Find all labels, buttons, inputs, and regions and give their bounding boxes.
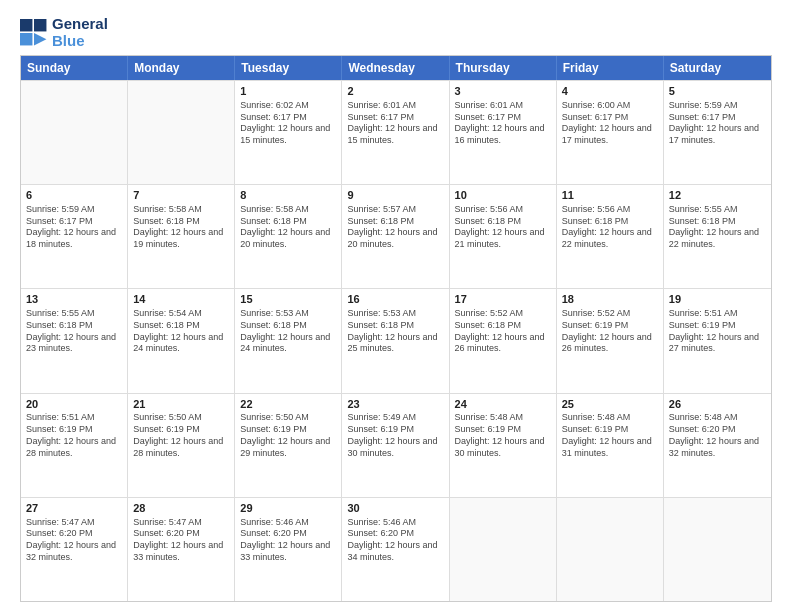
- day-number: 16: [347, 292, 443, 307]
- cal-cell: 2Sunrise: 6:01 AM Sunset: 6:17 PM Daylig…: [342, 81, 449, 184]
- day-number: 2: [347, 84, 443, 99]
- day-number: 6: [26, 188, 122, 203]
- cal-week: 20Sunrise: 5:51 AM Sunset: 6:19 PM Dayli…: [21, 393, 771, 497]
- day-number: 13: [26, 292, 122, 307]
- cal-cell: [557, 498, 664, 601]
- cal-cell: 18Sunrise: 5:52 AM Sunset: 6:19 PM Dayli…: [557, 289, 664, 392]
- logo: General Blue: [20, 16, 108, 49]
- day-info: Sunrise: 5:55 AM Sunset: 6:18 PM Dayligh…: [669, 204, 766, 251]
- cal-cell: 27Sunrise: 5:47 AM Sunset: 6:20 PM Dayli…: [21, 498, 128, 601]
- day-info: Sunrise: 5:46 AM Sunset: 6:20 PM Dayligh…: [347, 517, 443, 564]
- day-info: Sunrise: 5:51 AM Sunset: 6:19 PM Dayligh…: [26, 412, 122, 459]
- day-info: Sunrise: 5:52 AM Sunset: 6:19 PM Dayligh…: [562, 308, 658, 355]
- cal-cell: 11Sunrise: 5:56 AM Sunset: 6:18 PM Dayli…: [557, 185, 664, 288]
- cal-cell: 10Sunrise: 5:56 AM Sunset: 6:18 PM Dayli…: [450, 185, 557, 288]
- svg-rect-0: [20, 19, 32, 31]
- cal-cell: 26Sunrise: 5:48 AM Sunset: 6:20 PM Dayli…: [664, 394, 771, 497]
- cal-cell: 29Sunrise: 5:46 AM Sunset: 6:20 PM Dayli…: [235, 498, 342, 601]
- day-number: 14: [133, 292, 229, 307]
- day-number: 28: [133, 501, 229, 516]
- day-info: Sunrise: 5:59 AM Sunset: 6:17 PM Dayligh…: [26, 204, 122, 251]
- day-info: Sunrise: 5:48 AM Sunset: 6:20 PM Dayligh…: [669, 412, 766, 459]
- day-info: Sunrise: 5:58 AM Sunset: 6:18 PM Dayligh…: [133, 204, 229, 251]
- day-number: 27: [26, 501, 122, 516]
- day-number: 30: [347, 501, 443, 516]
- cal-cell: 5Sunrise: 5:59 AM Sunset: 6:17 PM Daylig…: [664, 81, 771, 184]
- cal-cell: 14Sunrise: 5:54 AM Sunset: 6:18 PM Dayli…: [128, 289, 235, 392]
- cal-header-cell: Sunday: [21, 56, 128, 80]
- cal-cell: 13Sunrise: 5:55 AM Sunset: 6:18 PM Dayli…: [21, 289, 128, 392]
- day-number: 19: [669, 292, 766, 307]
- day-number: 1: [240, 84, 336, 99]
- day-info: Sunrise: 5:47 AM Sunset: 6:20 PM Dayligh…: [133, 517, 229, 564]
- cal-cell: 8Sunrise: 5:58 AM Sunset: 6:18 PM Daylig…: [235, 185, 342, 288]
- day-info: Sunrise: 5:52 AM Sunset: 6:18 PM Dayligh…: [455, 308, 551, 355]
- day-info: Sunrise: 5:53 AM Sunset: 6:18 PM Dayligh…: [347, 308, 443, 355]
- day-info: Sunrise: 6:02 AM Sunset: 6:17 PM Dayligh…: [240, 100, 336, 147]
- day-info: Sunrise: 5:50 AM Sunset: 6:19 PM Dayligh…: [133, 412, 229, 459]
- day-number: 3: [455, 84, 551, 99]
- cal-cell: 21Sunrise: 5:50 AM Sunset: 6:19 PM Dayli…: [128, 394, 235, 497]
- cal-header-cell: Thursday: [450, 56, 557, 80]
- day-number: 18: [562, 292, 658, 307]
- cal-cell: 4Sunrise: 6:00 AM Sunset: 6:17 PM Daylig…: [557, 81, 664, 184]
- cal-cell: 22Sunrise: 5:50 AM Sunset: 6:19 PM Dayli…: [235, 394, 342, 497]
- cal-cell: 24Sunrise: 5:48 AM Sunset: 6:19 PM Dayli…: [450, 394, 557, 497]
- day-info: Sunrise: 6:00 AM Sunset: 6:17 PM Dayligh…: [562, 100, 658, 147]
- day-number: 8: [240, 188, 336, 203]
- cal-header-cell: Saturday: [664, 56, 771, 80]
- day-info: Sunrise: 5:57 AM Sunset: 6:18 PM Dayligh…: [347, 204, 443, 251]
- day-info: Sunrise: 5:51 AM Sunset: 6:19 PM Dayligh…: [669, 308, 766, 355]
- cal-cell: 19Sunrise: 5:51 AM Sunset: 6:19 PM Dayli…: [664, 289, 771, 392]
- cal-header-cell: Friday: [557, 56, 664, 80]
- day-number: 10: [455, 188, 551, 203]
- day-info: Sunrise: 5:54 AM Sunset: 6:18 PM Dayligh…: [133, 308, 229, 355]
- day-info: Sunrise: 5:48 AM Sunset: 6:19 PM Dayligh…: [455, 412, 551, 459]
- logo-text: General Blue: [52, 16, 108, 49]
- day-number: 29: [240, 501, 336, 516]
- day-number: 26: [669, 397, 766, 412]
- day-number: 15: [240, 292, 336, 307]
- cal-week: 13Sunrise: 5:55 AM Sunset: 6:18 PM Dayli…: [21, 288, 771, 392]
- day-info: Sunrise: 5:48 AM Sunset: 6:19 PM Dayligh…: [562, 412, 658, 459]
- day-number: 7: [133, 188, 229, 203]
- cal-header-cell: Monday: [128, 56, 235, 80]
- day-info: Sunrise: 5:59 AM Sunset: 6:17 PM Dayligh…: [669, 100, 766, 147]
- day-info: Sunrise: 5:56 AM Sunset: 6:18 PM Dayligh…: [455, 204, 551, 251]
- cal-cell: 6Sunrise: 5:59 AM Sunset: 6:17 PM Daylig…: [21, 185, 128, 288]
- cal-cell: [450, 498, 557, 601]
- calendar: SundayMondayTuesdayWednesdayThursdayFrid…: [20, 55, 772, 602]
- cal-cell: [21, 81, 128, 184]
- day-info: Sunrise: 5:56 AM Sunset: 6:18 PM Dayligh…: [562, 204, 658, 251]
- day-info: Sunrise: 5:46 AM Sunset: 6:20 PM Dayligh…: [240, 517, 336, 564]
- day-number: 25: [562, 397, 658, 412]
- cal-cell: 25Sunrise: 5:48 AM Sunset: 6:19 PM Dayli…: [557, 394, 664, 497]
- day-info: Sunrise: 5:58 AM Sunset: 6:18 PM Dayligh…: [240, 204, 336, 251]
- cal-cell: 28Sunrise: 5:47 AM Sunset: 6:20 PM Dayli…: [128, 498, 235, 601]
- day-number: 12: [669, 188, 766, 203]
- day-info: Sunrise: 5:49 AM Sunset: 6:19 PM Dayligh…: [347, 412, 443, 459]
- cal-cell: 9Sunrise: 5:57 AM Sunset: 6:18 PM Daylig…: [342, 185, 449, 288]
- cal-header-cell: Tuesday: [235, 56, 342, 80]
- cal-cell: 23Sunrise: 5:49 AM Sunset: 6:19 PM Dayli…: [342, 394, 449, 497]
- svg-rect-1: [34, 19, 46, 31]
- cal-week: 1Sunrise: 6:02 AM Sunset: 6:17 PM Daylig…: [21, 80, 771, 184]
- day-info: Sunrise: 5:55 AM Sunset: 6:18 PM Dayligh…: [26, 308, 122, 355]
- cal-header-cell: Wednesday: [342, 56, 449, 80]
- calendar-header: SundayMondayTuesdayWednesdayThursdayFrid…: [21, 56, 771, 80]
- page: General Blue SundayMondayTuesdayWednesda…: [0, 0, 792, 612]
- day-number: 17: [455, 292, 551, 307]
- day-number: 23: [347, 397, 443, 412]
- logo-icon: [20, 19, 48, 47]
- cal-cell: 7Sunrise: 5:58 AM Sunset: 6:18 PM Daylig…: [128, 185, 235, 288]
- svg-marker-3: [34, 33, 46, 45]
- cal-week: 6Sunrise: 5:59 AM Sunset: 6:17 PM Daylig…: [21, 184, 771, 288]
- cal-week: 27Sunrise: 5:47 AM Sunset: 6:20 PM Dayli…: [21, 497, 771, 601]
- cal-cell: 1Sunrise: 6:02 AM Sunset: 6:17 PM Daylig…: [235, 81, 342, 184]
- day-number: 5: [669, 84, 766, 99]
- day-number: 20: [26, 397, 122, 412]
- day-info: Sunrise: 5:53 AM Sunset: 6:18 PM Dayligh…: [240, 308, 336, 355]
- day-number: 9: [347, 188, 443, 203]
- day-number: 22: [240, 397, 336, 412]
- cal-cell: 3Sunrise: 6:01 AM Sunset: 6:17 PM Daylig…: [450, 81, 557, 184]
